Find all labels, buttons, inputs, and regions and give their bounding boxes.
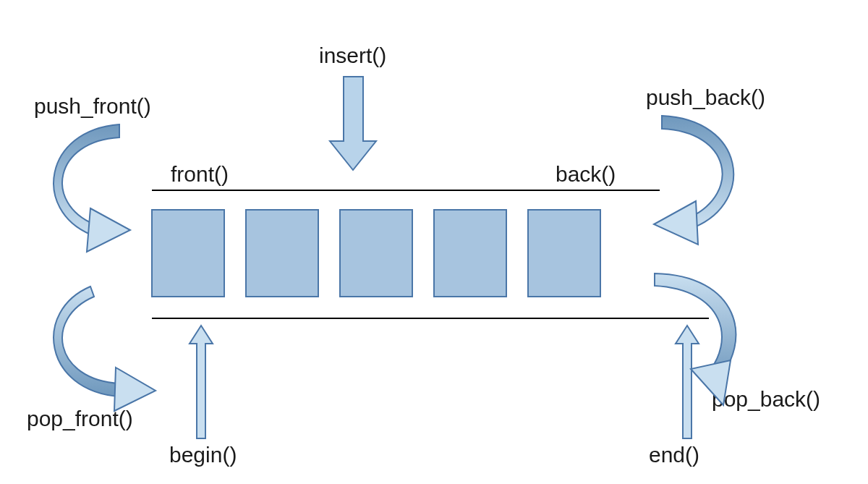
pop-front-arrow [54,286,156,411]
insert-arrow [330,77,376,170]
begin-arrow [190,326,213,438]
deque-element [246,210,318,297]
end-arrow [676,326,699,438]
diagram-canvas [0,0,868,484]
deque-element [340,210,412,297]
deque-element [528,210,600,297]
deque-elements [152,210,600,297]
deque-element [152,210,224,297]
push-back-arrow [654,116,733,245]
push-front-arrow [54,124,130,252]
deque-element [434,210,506,297]
